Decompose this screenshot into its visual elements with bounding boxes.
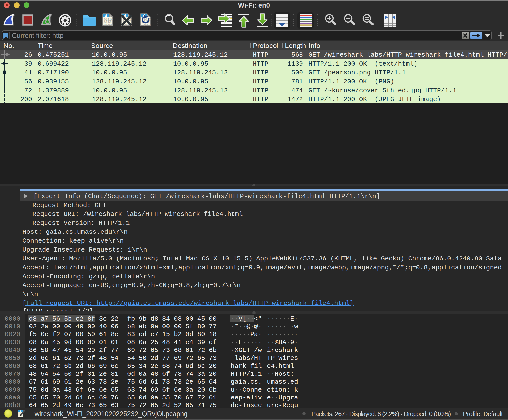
svg-text:01110: 01110 <box>142 24 151 27</box>
svg-text:01110: 01110 <box>104 24 113 27</box>
